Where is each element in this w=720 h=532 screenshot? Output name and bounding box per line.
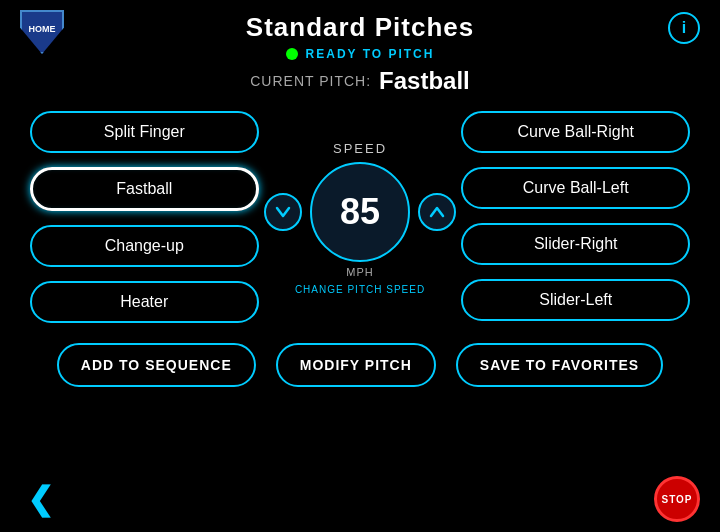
left-pitch-column: Split Finger Fastball Change-up Heater <box>30 111 259 323</box>
stop-label: STOP <box>661 494 692 505</box>
speed-unit: MPH <box>346 266 373 278</box>
back-chevron-icon: ❮ <box>27 480 54 518</box>
footer-nav: ❮ STOP <box>0 476 720 522</box>
speed-value: 85 <box>340 194 380 230</box>
info-button[interactable]: i <box>668 12 700 44</box>
main-content: Split Finger Fastball Change-up Heater S… <box>0 111 720 323</box>
ready-indicator <box>286 48 298 60</box>
change-pitch-speed-label: CHANGE PITCH SPEED <box>295 284 425 295</box>
speed-row: 85 <box>264 162 456 262</box>
pitch-btn-slider-left[interactable]: Slider-Left <box>461 279 690 321</box>
speed-decrease-button[interactable] <box>264 193 302 231</box>
bottom-bar: ADD TO SEQUENCE MODIFY PITCH SAVE TO FAV… <box>0 343 720 387</box>
current-pitch-row: CURENT PITCH: Fastball <box>0 67 720 95</box>
current-pitch-label: CURENT PITCH: <box>250 73 371 89</box>
speed-circle: 85 <box>310 162 410 262</box>
modify-pitch-button[interactable]: MODIFY PITCH <box>276 343 436 387</box>
pitch-btn-heater[interactable]: Heater <box>30 281 259 323</box>
back-button[interactable]: ❮ <box>20 479 60 519</box>
status-text: READY TO PITCH <box>306 47 435 61</box>
speed-label: SPEED <box>333 141 387 156</box>
header: HOME Standard Pitches i <box>0 0 720 47</box>
pitch-btn-split-finger[interactable]: Split Finger <box>30 111 259 153</box>
status-row: READY TO PITCH <box>0 47 720 61</box>
page-title: Standard Pitches <box>246 12 474 43</box>
chevron-down-icon <box>274 203 292 221</box>
pitch-btn-curve-ball-left[interactable]: Curve Ball-Left <box>461 167 690 209</box>
pitch-btn-curve-ball-right[interactable]: Curve Ball-Right <box>461 111 690 153</box>
current-pitch-value: Fastball <box>379 67 470 95</box>
stop-button[interactable]: STOP <box>654 476 700 522</box>
add-to-sequence-button[interactable]: ADD TO SEQUENCE <box>57 343 256 387</box>
pitch-btn-change-up[interactable]: Change-up <box>30 225 259 267</box>
home-label: HOME <box>29 24 56 34</box>
save-to-favorites-button[interactable]: SAVE TO FAVORITES <box>456 343 663 387</box>
pitch-btn-slider-right[interactable]: Slider-Right <box>461 223 690 265</box>
pitch-btn-fastball[interactable]: Fastball <box>30 167 259 211</box>
speed-control: SPEED 85 MPH CHANGE PITCH SPEED <box>269 111 452 295</box>
right-pitch-column: Curve Ball-Right Curve Ball-Left Slider-… <box>461 111 690 321</box>
speed-increase-button[interactable] <box>418 193 456 231</box>
chevron-up-icon <box>428 203 446 221</box>
